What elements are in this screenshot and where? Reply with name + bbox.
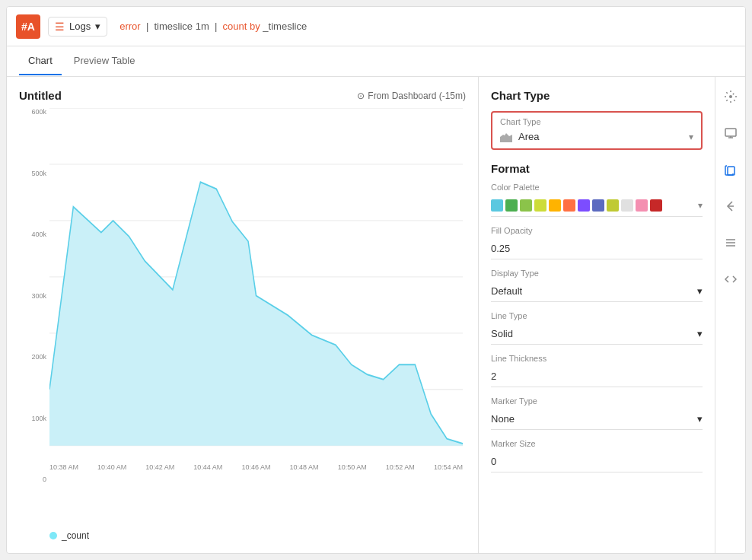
right-panel: Chart Type Chart Type Area ▾ — [479, 77, 715, 553]
color-palette-group: Color Palette — [491, 183, 703, 217]
sidebar-monitor-icon[interactable] — [720, 123, 741, 144]
display-type-value: Default — [491, 285, 522, 297]
fill-opacity-value[interactable]: 0.25 — [491, 238, 703, 259]
marker-type-label: Marker Type — [491, 396, 703, 406]
chart-title: Untitled — [19, 89, 62, 102]
chart-panel: Untitled ⊙ From Dashboard (-15m) 600k 50… — [7, 77, 479, 553]
x-axis-labels: 10:38 AM 10:40 AM 10:42 AM 10:44 AM 10:4… — [49, 460, 463, 483]
sidebar-settings-icon[interactable] — [720, 86, 741, 107]
logs-icon: ☰ — [55, 21, 65, 33]
swatch-0 — [491, 199, 503, 212]
swatch-9 — [621, 199, 633, 212]
swatch-3 — [534, 199, 546, 212]
line-type-dropdown[interactable]: Solid ▾ — [491, 323, 703, 345]
marker-type-dropdown[interactable]: None ▾ — [491, 409, 703, 430]
y-label-0: 0 — [43, 476, 46, 483]
y-label-400k: 400k — [31, 231, 46, 238]
x-label-5: 10:48 AM — [290, 463, 319, 471]
chart-type-value-inner: Area — [500, 131, 539, 142]
display-type-chevron-icon: ▾ — [697, 285, 703, 297]
x-label-0: 10:38 AM — [49, 463, 78, 471]
marker-type-group: Marker Type None ▾ — [491, 396, 703, 430]
y-label-200k: 200k — [31, 353, 46, 361]
top-bar: #A ☰ Logs ▾ error | timeslice 1m | count… — [7, 7, 745, 46]
area-chart-svg — [49, 108, 463, 483]
query-display: error | timeslice 1m | count by _timesli… — [119, 21, 736, 32]
x-label-3: 10:44 AM — [193, 463, 222, 471]
marker-type-chevron-icon: ▾ — [697, 413, 703, 425]
x-label-8: 10:54 AM — [434, 463, 463, 471]
y-label-500k: 500k — [31, 170, 46, 177]
svg-rect-8 — [725, 129, 736, 136]
chart-legend: _count — [19, 530, 466, 541]
source-selector[interactable]: ☰ Logs ▾ — [48, 17, 107, 37]
swatch-11 — [650, 199, 662, 212]
swatch-4 — [549, 199, 561, 212]
tab-chart[interactable]: Chart — [19, 47, 62, 75]
chart-type-section-title: Chart Type — [491, 89, 703, 102]
line-thickness-label: Line Thickness — [491, 354, 703, 363]
sidebar-code-icon[interactable] — [720, 269, 741, 290]
sidebar-icons — [715, 77, 745, 553]
tabs-bar: Chart Preview Table — [7, 46, 745, 77]
swatch-1 — [505, 199, 518, 212]
line-type-value: Solid — [491, 328, 513, 339]
marker-size-value[interactable]: 0 — [491, 451, 703, 473]
legend-color-dot — [49, 532, 57, 539]
content-area: Untitled ⊙ From Dashboard (-15m) 600k 50… — [7, 77, 745, 553]
palette-chevron-icon: ▾ — [698, 200, 703, 211]
source-label: Logs — [69, 21, 91, 32]
clock-icon: ⊙ — [357, 91, 365, 101]
x-label-2: 10:42 AM — [145, 463, 174, 471]
time-range-label: From Dashboard (-15m) — [368, 91, 466, 101]
chart-type-dropdown-value[interactable]: Area ▾ — [492, 128, 701, 148]
chart-type-dropdown-label: Chart Type — [492, 113, 701, 128]
y-label-100k: 100k — [31, 415, 46, 422]
chart-type-dropdown[interactable]: Chart Type Area ▾ — [491, 111, 703, 150]
chart-type-selected-value: Area — [518, 131, 539, 142]
fill-opacity-group: Fill Opacity 0.25 — [491, 226, 703, 259]
format-section: Format Color Palette — [491, 162, 703, 473]
swatch-10 — [636, 199, 648, 212]
x-label-4: 10:46 AM — [241, 463, 270, 471]
chart-container: 600k 500k 400k 300k 200k 100k 0 — [19, 108, 466, 506]
y-label-300k: 300k — [31, 292, 46, 300]
swatch-2 — [520, 199, 532, 212]
marker-type-value: None — [491, 413, 515, 425]
marker-size-group: Marker Size 0 — [491, 439, 703, 473]
swatch-7 — [592, 199, 604, 212]
panel-badge: #A — [16, 14, 40, 39]
color-palette-label: Color Palette — [491, 183, 703, 192]
display-type-dropdown[interactable]: Default ▾ — [491, 281, 703, 302]
line-thickness-group: Line Thickness 2 — [491, 354, 703, 387]
line-thickness-value[interactable]: 2 — [491, 366, 703, 387]
chart-type-chevron-icon: ▾ — [689, 132, 693, 142]
display-type-label: Display Type — [491, 269, 703, 278]
chart-svg-wrapper: 10:38 AM 10:40 AM 10:42 AM 10:44 AM 10:4… — [49, 108, 463, 483]
sidebar-list-icon[interactable] — [720, 232, 741, 253]
x-label-6: 10:50 AM — [338, 463, 367, 471]
line-type-chevron-icon: ▾ — [697, 328, 703, 339]
fill-opacity-label: Fill Opacity — [491, 226, 703, 235]
swatch-8 — [607, 199, 619, 212]
y-axis-labels: 600k 500k 400k 300k 200k 100k 0 — [19, 108, 49, 483]
format-section-title: Format — [491, 162, 703, 175]
y-label-600k: 600k — [31, 108, 46, 116]
x-label-7: 10:52 AM — [386, 463, 415, 471]
swatch-5 — [563, 199, 575, 212]
display-type-group: Display Type Default ▾ — [491, 269, 703, 302]
source-chevron-icon: ▾ — [95, 21, 100, 32]
tab-preview-table[interactable]: Preview Table — [65, 47, 145, 75]
dashboard-time-info: ⊙ From Dashboard (-15m) — [357, 91, 466, 101]
chart-header: Untitled ⊙ From Dashboard (-15m) — [19, 89, 466, 102]
line-type-group: Line Type Solid ▾ — [491, 311, 703, 345]
sidebar-arrow-icon[interactable] — [720, 196, 741, 217]
x-label-1: 10:40 AM — [97, 463, 126, 471]
legend-label: _count — [62, 530, 89, 541]
swatch-6 — [578, 199, 590, 212]
color-palette-selector[interactable]: ▾ — [491, 195, 703, 217]
svg-point-7 — [729, 95, 732, 98]
area-chart-icon — [500, 132, 512, 142]
sidebar-copy-icon[interactable] — [720, 159, 741, 180]
line-type-label: Line Type — [491, 311, 703, 320]
